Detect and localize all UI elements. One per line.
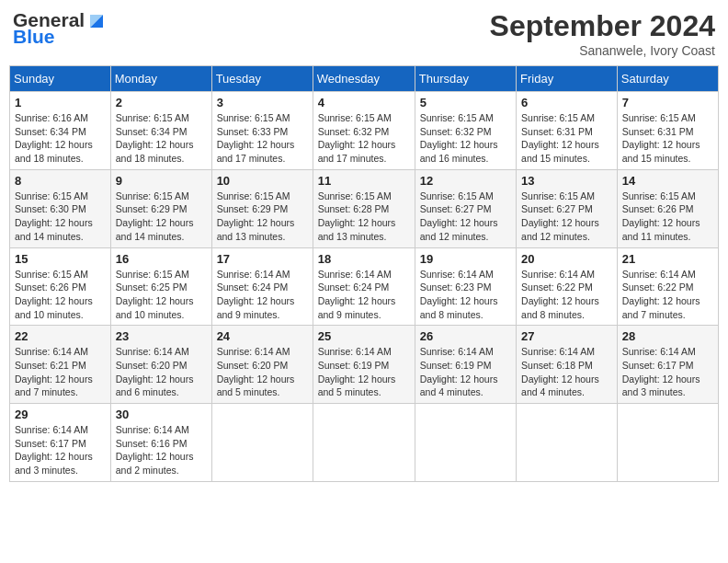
day-number: 8 [15,174,106,188]
calendar-week-row: 22 Sunrise: 6:14 AM Sunset: 6:21 PM Dayl… [10,326,719,404]
day-number: 29 [15,408,106,421]
day-detail: Sunrise: 6:14 AM Sunset: 6:22 PM Dayligh… [622,268,713,322]
day-detail: Sunrise: 6:14 AM Sunset: 6:17 PM Dayligh… [15,423,106,477]
day-detail: Sunrise: 6:15 AM Sunset: 6:32 PM Dayligh… [420,111,511,166]
table-row: 5 Sunrise: 6:15 AM Sunset: 6:32 PM Dayli… [415,92,516,170]
day-detail: Sunrise: 6:14 AM Sunset: 6:24 PM Dayligh… [217,268,308,322]
day-detail: Sunrise: 6:16 AM Sunset: 6:34 PM Dayligh… [15,111,106,166]
day-detail: Sunrise: 6:14 AM Sunset: 6:22 PM Dayligh… [521,268,612,322]
day-detail: Sunrise: 6:15 AM Sunset: 6:30 PM Dayligh… [15,190,106,244]
table-row: 30 Sunrise: 6:14 AM Sunset: 6:16 PM Dayl… [110,404,211,482]
day-number: 18 [318,252,410,266]
table-row: 14 Sunrise: 6:15 AM Sunset: 6:26 PM Dayl… [617,169,718,247]
col-wednesday: Wednesday [313,66,415,92]
day-detail: Sunrise: 6:14 AM Sunset: 6:20 PM Dayligh… [217,345,308,399]
day-number: 22 [15,329,106,343]
table-row: 10 Sunrise: 6:15 AM Sunset: 6:29 PM Dayl… [211,169,313,247]
day-detail: Sunrise: 6:15 AM Sunset: 6:33 PM Dayligh… [217,111,308,166]
day-number: 15 [15,252,106,266]
day-detail: Sunrise: 6:14 AM Sunset: 6:18 PM Dayligh… [521,345,612,399]
day-number: 24 [217,329,308,343]
day-detail: Sunrise: 6:15 AM Sunset: 6:28 PM Dayligh… [318,190,410,244]
calendar: Sunday Monday Tuesday Wednesday Thursday… [9,65,719,482]
day-number: 30 [116,408,207,421]
table-row: 9 Sunrise: 6:15 AM Sunset: 6:29 PM Dayli… [110,169,211,247]
day-detail: Sunrise: 6:14 AM Sunset: 6:24 PM Dayligh… [318,268,410,322]
title-area: September 2024 Sananwele, Ivory Coast [490,9,715,58]
day-detail: Sunrise: 6:15 AM Sunset: 6:26 PM Dayligh… [622,190,713,244]
day-number: 23 [116,329,207,343]
table-row: 23 Sunrise: 6:14 AM Sunset: 6:20 PM Dayl… [110,326,211,404]
day-detail: Sunrise: 6:15 AM Sunset: 6:25 PM Dayligh… [116,268,207,322]
table-row: 4 Sunrise: 6:15 AM Sunset: 6:32 PM Dayli… [313,92,415,170]
table-row [415,404,516,482]
day-detail: Sunrise: 6:14 AM Sunset: 6:17 PM Dayligh… [622,345,713,399]
day-number: 5 [420,96,511,109]
day-number: 19 [420,252,511,266]
col-thursday: Thursday [415,66,516,92]
table-row: 18 Sunrise: 6:14 AM Sunset: 6:24 PM Dayl… [313,247,415,326]
table-row: 16 Sunrise: 6:15 AM Sunset: 6:25 PM Dayl… [110,247,211,326]
day-number: 21 [622,252,713,266]
day-number: 20 [521,252,612,266]
day-number: 25 [318,329,410,343]
day-number: 9 [116,174,207,188]
day-number: 14 [622,174,713,188]
day-detail: Sunrise: 6:15 AM Sunset: 6:31 PM Dayligh… [622,111,713,166]
logo-icon [86,11,107,29]
day-number: 27 [521,329,612,343]
col-monday: Monday [110,66,211,92]
table-row: 2 Sunrise: 6:15 AM Sunset: 6:34 PM Dayli… [110,92,211,170]
table-row: 20 Sunrise: 6:14 AM Sunset: 6:22 PM Dayl… [517,247,618,326]
table-row: 29 Sunrise: 6:14 AM Sunset: 6:17 PM Dayl… [10,404,111,482]
col-tuesday: Tuesday [211,66,313,92]
table-row: 21 Sunrise: 6:14 AM Sunset: 6:22 PM Dayl… [617,247,718,326]
day-detail: Sunrise: 6:14 AM Sunset: 6:23 PM Dayligh… [420,268,511,322]
table-row: 22 Sunrise: 6:14 AM Sunset: 6:21 PM Dayl… [10,326,111,404]
day-detail: Sunrise: 6:14 AM Sunset: 6:20 PM Dayligh… [116,345,207,399]
day-number: 6 [521,96,612,109]
col-sunday: Sunday [10,66,111,92]
day-detail: Sunrise: 6:15 AM Sunset: 6:27 PM Dayligh… [521,190,612,244]
table-row: 1 Sunrise: 6:16 AM Sunset: 6:34 PM Dayli… [10,92,111,170]
calendar-week-row: 8 Sunrise: 6:15 AM Sunset: 6:30 PM Dayli… [10,169,719,247]
day-number: 17 [217,252,308,266]
table-row [211,404,313,482]
month-year: September 2024 [490,9,715,43]
table-row [517,404,618,482]
day-detail: Sunrise: 6:14 AM Sunset: 6:19 PM Dayligh… [318,345,410,399]
day-number: 11 [318,174,410,188]
day-detail: Sunrise: 6:15 AM Sunset: 6:29 PM Dayligh… [217,190,308,244]
table-row: 15 Sunrise: 6:15 AM Sunset: 6:26 PM Dayl… [10,247,111,326]
table-row: 26 Sunrise: 6:14 AM Sunset: 6:19 PM Dayl… [415,326,516,404]
table-row: 3 Sunrise: 6:15 AM Sunset: 6:33 PM Dayli… [211,92,313,170]
day-number: 28 [622,329,713,343]
day-detail: Sunrise: 6:14 AM Sunset: 6:19 PM Dayligh… [420,345,511,399]
day-detail: Sunrise: 6:15 AM Sunset: 6:26 PM Dayligh… [15,268,106,322]
day-number: 4 [318,96,410,109]
table-row: 25 Sunrise: 6:14 AM Sunset: 6:19 PM Dayl… [313,326,415,404]
day-detail: Sunrise: 6:15 AM Sunset: 6:31 PM Dayligh… [521,111,612,166]
table-row: 7 Sunrise: 6:15 AM Sunset: 6:31 PM Dayli… [617,92,718,170]
day-number: 7 [622,96,713,109]
table-row: 27 Sunrise: 6:14 AM Sunset: 6:18 PM Dayl… [517,326,618,404]
calendar-week-row: 1 Sunrise: 6:16 AM Sunset: 6:34 PM Dayli… [10,92,719,170]
day-number: 1 [15,96,106,109]
day-number: 13 [521,174,612,188]
calendar-week-row: 29 Sunrise: 6:14 AM Sunset: 6:17 PM Dayl… [10,404,719,482]
day-number: 16 [116,252,207,266]
header: General Blue September 2024 Sananwele, I… [9,9,719,58]
table-row: 28 Sunrise: 6:14 AM Sunset: 6:17 PM Dayl… [617,326,718,404]
table-row: 19 Sunrise: 6:14 AM Sunset: 6:23 PM Dayl… [415,247,516,326]
calendar-header-row: Sunday Monday Tuesday Wednesday Thursday… [10,66,719,92]
col-friday: Friday [517,66,618,92]
day-detail: Sunrise: 6:15 AM Sunset: 6:27 PM Dayligh… [420,190,511,244]
day-number: 10 [217,174,308,188]
day-detail: Sunrise: 6:14 AM Sunset: 6:16 PM Dayligh… [116,423,207,477]
day-detail: Sunrise: 6:15 AM Sunset: 6:32 PM Dayligh… [318,111,410,166]
table-row: 17 Sunrise: 6:14 AM Sunset: 6:24 PM Dayl… [211,247,313,326]
logo: General Blue [13,9,107,48]
day-number: 2 [116,96,207,109]
col-saturday: Saturday [617,66,718,92]
calendar-week-row: 15 Sunrise: 6:15 AM Sunset: 6:26 PM Dayl… [10,247,719,326]
